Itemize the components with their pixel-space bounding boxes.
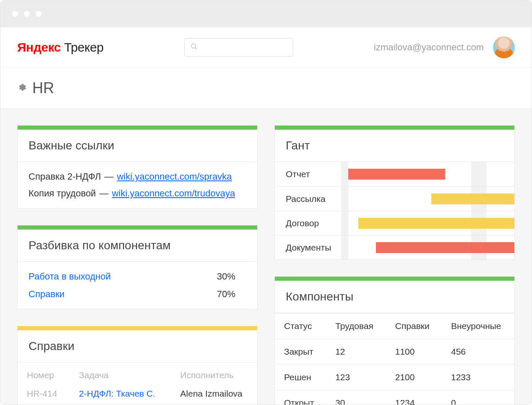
breakdown-row: Справки 70% (29, 289, 246, 300)
cell: 30 (326, 390, 386, 405)
cell: 12 (326, 339, 386, 365)
cell: 0 (442, 390, 514, 405)
svg-line-1 (195, 47, 197, 50)
user-area: izmailova@yaconnect.com (374, 37, 515, 58)
svg-point-0 (191, 44, 196, 48)
logo[interactable]: Яндекс Трекер (17, 40, 104, 55)
link-row: Справка 2-НДФЛ — wiki.yaconnect.com/spra… (29, 171, 246, 182)
card-breakdown-title: Разбивка по компонентам (18, 230, 257, 262)
card-stripe (18, 326, 257, 330)
breakdown-label[interactable]: Работа в выходной (29, 271, 129, 282)
search-wrap (114, 38, 364, 57)
left-column: Важные ссылки Справка 2-НДФЛ — wiki.yaco… (17, 125, 258, 405)
gantt-label: Документы (275, 243, 341, 253)
cell: Закрыт (275, 339, 326, 365)
window-dot-icon (12, 11, 18, 17)
page-title: HR (32, 79, 54, 97)
card-stripe (18, 225, 257, 230)
logo-brand: Яндекс (17, 40, 61, 55)
card-links-title: Важные ссылки (18, 130, 257, 162)
breakdown-pct: 30% (217, 271, 246, 282)
search-icon (190, 43, 198, 52)
col-spravki: Справки (386, 314, 442, 339)
gantt-grid-stripe (341, 211, 348, 235)
gantt-label: Отчет (275, 169, 341, 179)
link-label: Копия трудовой (29, 188, 96, 199)
breakdown-pct: 70% (217, 289, 246, 300)
gantt-bar (348, 169, 445, 180)
gantt-grid-stripe (341, 162, 348, 186)
gantt-bar (431, 193, 514, 204)
page-title-bar: HR (0, 68, 532, 109)
link-label: Справка 2-НДФЛ (29, 171, 101, 182)
gantt-label: Договор (275, 218, 341, 228)
window-titlebar (0, 0, 532, 27)
card-breakdown: Разбивка по компонентам Работа в выходно… (17, 225, 258, 309)
col-trudovaya: Трудовая (326, 314, 386, 339)
card-components: Компоненты Статус Трудовая Справки Внеур… (274, 277, 515, 405)
cell-task[interactable]: 2-НДФЛ: Ткачев С. (70, 386, 171, 405)
gantt-track (341, 235, 514, 259)
search-box[interactable] (184, 38, 293, 57)
search-input[interactable] (202, 44, 287, 51)
table-row: Открыт 30 1234 0 (275, 390, 514, 405)
gear-icon[interactable] (17, 83, 26, 94)
cell: 1233 (442, 365, 514, 390)
app-header: Яндекс Трекер izmailova@yaconnect.com (0, 27, 532, 68)
content-area: Важные ссылки Справка 2-НДФЛ — wiki.yaco… (0, 109, 532, 405)
gantt-bar (376, 242, 514, 253)
card-stripe (18, 125, 257, 130)
card-breakdown-body: Работа в выходной 30% Справки 70% (18, 262, 257, 309)
breakdown-track (136, 271, 210, 282)
card-components-body: Статус Трудовая Справки Внеурочные Закры… (275, 313, 514, 405)
right-column: Гант Отчет Рассылка (274, 125, 515, 405)
card-gantt-body: Отчет Рассылка (275, 162, 514, 259)
col-status: Статус (275, 314, 326, 339)
link-row: Копия трудовой — wiki.yaconnect.com/trud… (29, 188, 246, 199)
cell: Решен (275, 365, 326, 390)
col-number: Номер (18, 363, 70, 386)
cell: 1100 (386, 339, 442, 365)
gantt-track (341, 211, 514, 235)
gantt-grid-stripe (341, 235, 348, 259)
table-row: Решен 123 2100 1233 (275, 365, 514, 390)
card-gantt: Гант Отчет Рассылка (274, 125, 515, 260)
card-stripe (275, 277, 514, 281)
cell: 2100 (386, 365, 442, 390)
gantt-row: Рассылка (275, 186, 514, 211)
cell: 456 (442, 339, 514, 365)
breakdown-track (136, 289, 210, 300)
components-table: Статус Трудовая Справки Внеурочные Закры… (275, 313, 514, 405)
col-vneuroch: Внеурочные (442, 314, 514, 339)
card-spravki-body: Номер Задача Исполнитель HR-414 2-НДФЛ: … (18, 363, 257, 405)
cell-number[interactable]: HR-414 (18, 386, 70, 405)
window-dot-icon (24, 11, 30, 17)
breakdown-label[interactable]: Справки (29, 289, 129, 300)
gantt-grid-stripe (471, 162, 487, 186)
wiki-link[interactable]: wiki.yaconnect.com/spravka (117, 171, 232, 182)
spravki-table: Номер Задача Исполнитель HR-414 2-НДФЛ: … (18, 363, 257, 405)
card-gantt-title: Гант (275, 130, 514, 162)
gantt-track (341, 162, 514, 186)
gantt-row: Документы (275, 235, 514, 259)
table-header-row: Номер Задача Исполнитель (18, 363, 257, 386)
user-email[interactable]: izmailova@yaconnect.com (374, 42, 484, 53)
window-dot-icon (36, 11, 42, 17)
avatar[interactable] (493, 37, 515, 58)
cell: 123 (326, 365, 386, 390)
card-links-body: Справка 2-НДФЛ — wiki.yaconnect.com/spra… (18, 162, 257, 208)
dash: — (99, 188, 109, 199)
breakdown-row: Работа в выходной 30% (29, 271, 246, 282)
gantt-track (341, 187, 514, 211)
app-window: Яндекс Трекер izmailova@yaconnect.com HR (0, 0, 532, 405)
cell: Открыт (275, 390, 326, 405)
card-spravki-title: Справки (18, 330, 257, 363)
gantt-row: Отчет (275, 162, 514, 186)
cell-assignee: Alena Izmailova (171, 386, 257, 405)
card-links: Важные ссылки Справка 2-НДФЛ — wiki.yaco… (17, 125, 258, 209)
col-assignee: Исполнитель (171, 363, 257, 386)
card-stripe (275, 125, 514, 130)
gantt-bar (358, 218, 514, 229)
wiki-link[interactable]: wiki.yaconnect.com/trudovaya (112, 188, 235, 199)
logo-product: Трекер (64, 40, 104, 55)
